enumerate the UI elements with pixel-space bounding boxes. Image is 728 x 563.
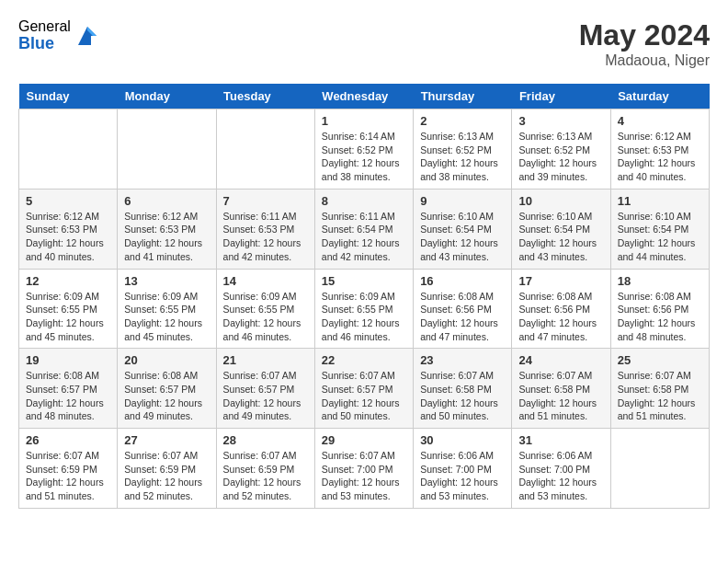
calendar-cell: 8Sunrise: 6:11 AMSunset: 6:54 PMDaylight…	[314, 189, 413, 269]
month-year-title: May 2024	[579, 18, 710, 52]
day-number: 16	[420, 274, 505, 288]
day-number: 6	[124, 194, 209, 208]
day-info: Sunrise: 6:06 AMSunset: 7:00 PMDaylight:…	[518, 449, 603, 503]
day-info: Sunrise: 6:14 AMSunset: 6:52 PMDaylight:…	[322, 130, 406, 184]
day-info: Sunrise: 6:09 AMSunset: 6:55 PMDaylight:…	[223, 290, 308, 344]
day-number: 15	[322, 274, 406, 288]
calendar-cell: 29Sunrise: 6:07 AMSunset: 7:00 PMDayligh…	[314, 429, 413, 509]
day-number: 5	[26, 194, 110, 208]
calendar-cell: 3Sunrise: 6:13 AMSunset: 6:52 PMDaylight…	[512, 109, 610, 190]
day-number: 12	[26, 274, 110, 288]
day-number: 4	[618, 114, 702, 128]
week-row-1: 1Sunrise: 6:14 AMSunset: 6:52 PMDaylight…	[19, 109, 710, 190]
week-row-5: 26Sunrise: 6:07 AMSunset: 6:59 PMDayligh…	[19, 429, 710, 509]
day-number: 31	[518, 433, 603, 447]
calendar-cell: 12Sunrise: 6:09 AMSunset: 6:55 PMDayligh…	[19, 269, 118, 349]
day-info: Sunrise: 6:11 AMSunset: 6:53 PMDaylight:…	[223, 210, 308, 264]
day-number: 30	[420, 433, 505, 447]
day-info: Sunrise: 6:12 AMSunset: 6:53 PMDaylight:…	[618, 130, 702, 184]
day-of-week-wednesday: Wednesday	[314, 84, 413, 109]
calendar-cell: 1Sunrise: 6:14 AMSunset: 6:52 PMDaylight…	[314, 109, 413, 190]
day-info: Sunrise: 6:07 AMSunset: 7:00 PMDaylight:…	[322, 449, 406, 503]
day-number: 14	[223, 274, 308, 288]
day-number: 9	[420, 194, 505, 208]
day-number: 22	[322, 353, 406, 367]
day-number: 13	[124, 274, 209, 288]
day-info: Sunrise: 6:13 AMSunset: 6:52 PMDaylight:…	[518, 130, 603, 184]
calendar-cell: 28Sunrise: 6:07 AMSunset: 6:59 PMDayligh…	[216, 429, 314, 509]
calendar-cell: 7Sunrise: 6:11 AMSunset: 6:53 PMDaylight…	[216, 189, 314, 269]
day-info: Sunrise: 6:13 AMSunset: 6:52 PMDaylight:…	[420, 130, 505, 184]
day-info: Sunrise: 6:07 AMSunset: 6:59 PMDaylight:…	[223, 449, 308, 503]
day-info: Sunrise: 6:07 AMSunset: 6:58 PMDaylight:…	[420, 369, 505, 423]
day-number: 27	[124, 433, 209, 447]
calendar-cell	[216, 109, 314, 190]
logo-text: General Blue	[18, 18, 71, 52]
day-info: Sunrise: 6:10 AMSunset: 6:54 PMDaylight:…	[618, 210, 702, 264]
day-info: Sunrise: 6:11 AMSunset: 6:54 PMDaylight:…	[322, 210, 406, 264]
calendar-cell: 4Sunrise: 6:12 AMSunset: 6:53 PMDaylight…	[610, 109, 709, 190]
day-number: 10	[518, 194, 603, 208]
calendar-cell: 9Sunrise: 6:10 AMSunset: 6:54 PMDaylight…	[414, 189, 512, 269]
calendar-cell: 23Sunrise: 6:07 AMSunset: 6:58 PMDayligh…	[414, 349, 512, 429]
day-of-week-sunday: Sunday	[19, 84, 118, 109]
day-info: Sunrise: 6:09 AMSunset: 6:55 PMDaylight:…	[124, 290, 209, 344]
day-info: Sunrise: 6:06 AMSunset: 7:00 PMDaylight:…	[420, 449, 505, 503]
day-info: Sunrise: 6:07 AMSunset: 6:58 PMDaylight:…	[618, 369, 702, 423]
day-number: 11	[618, 194, 702, 208]
calendar-cell: 11Sunrise: 6:10 AMSunset: 6:54 PMDayligh…	[610, 189, 709, 269]
calendar-table: SundayMondayTuesdayWednesdayThursdayFrid…	[18, 84, 710, 509]
calendar-cell: 16Sunrise: 6:08 AMSunset: 6:56 PMDayligh…	[414, 269, 512, 349]
day-info: Sunrise: 6:08 AMSunset: 6:56 PMDaylight:…	[420, 290, 505, 344]
day-number: 1	[322, 114, 406, 128]
day-info: Sunrise: 6:08 AMSunset: 6:56 PMDaylight:…	[618, 290, 702, 344]
logo: General Blue	[18, 18, 100, 52]
day-number: 8	[322, 194, 406, 208]
day-number: 24	[518, 353, 603, 367]
days-of-week-header: SundayMondayTuesdayWednesdayThursdayFrid…	[19, 84, 710, 109]
day-number: 26	[26, 433, 110, 447]
logo-blue: Blue	[18, 35, 71, 53]
day-info: Sunrise: 6:08 AMSunset: 6:56 PMDaylight:…	[518, 290, 603, 344]
day-number: 23	[420, 353, 505, 367]
calendar-body: 1Sunrise: 6:14 AMSunset: 6:52 PMDaylight…	[19, 109, 710, 509]
calendar-cell: 25Sunrise: 6:07 AMSunset: 6:58 PMDayligh…	[610, 349, 709, 429]
day-info: Sunrise: 6:07 AMSunset: 6:57 PMDaylight:…	[322, 369, 406, 423]
day-info: Sunrise: 6:08 AMSunset: 6:57 PMDaylight:…	[124, 369, 209, 423]
day-info: Sunrise: 6:12 AMSunset: 6:53 PMDaylight:…	[124, 210, 209, 264]
logo-icon	[74, 23, 100, 49]
day-number: 19	[26, 353, 110, 367]
calendar-cell: 15Sunrise: 6:09 AMSunset: 6:55 PMDayligh…	[314, 269, 413, 349]
calendar-cell: 20Sunrise: 6:08 AMSunset: 6:57 PMDayligh…	[118, 349, 216, 429]
day-number: 7	[223, 194, 308, 208]
day-number: 2	[420, 114, 505, 128]
day-of-week-friday: Friday	[512, 84, 610, 109]
day-of-week-tuesday: Tuesday	[216, 84, 314, 109]
calendar-cell	[610, 429, 709, 509]
day-number: 20	[124, 353, 209, 367]
day-info: Sunrise: 6:09 AMSunset: 6:55 PMDaylight:…	[26, 290, 110, 344]
day-info: Sunrise: 6:10 AMSunset: 6:54 PMDaylight:…	[420, 210, 505, 264]
week-row-2: 5Sunrise: 6:12 AMSunset: 6:53 PMDaylight…	[19, 189, 710, 269]
day-info: Sunrise: 6:08 AMSunset: 6:57 PMDaylight:…	[26, 369, 110, 423]
day-number: 18	[618, 274, 702, 288]
day-info: Sunrise: 6:10 AMSunset: 6:54 PMDaylight:…	[518, 210, 603, 264]
page-header: General Blue May 2024 Madaoua, Niger	[18, 18, 710, 69]
calendar-cell: 19Sunrise: 6:08 AMSunset: 6:57 PMDayligh…	[19, 349, 118, 429]
day-number: 3	[518, 114, 603, 128]
calendar-cell: 6Sunrise: 6:12 AMSunset: 6:53 PMDaylight…	[118, 189, 216, 269]
day-number: 21	[223, 353, 308, 367]
day-of-week-monday: Monday	[118, 84, 216, 109]
calendar-cell: 5Sunrise: 6:12 AMSunset: 6:53 PMDaylight…	[19, 189, 118, 269]
calendar-cell: 14Sunrise: 6:09 AMSunset: 6:55 PMDayligh…	[216, 269, 314, 349]
day-info: Sunrise: 6:07 AMSunset: 6:59 PMDaylight:…	[124, 449, 209, 503]
calendar-cell: 17Sunrise: 6:08 AMSunset: 6:56 PMDayligh…	[512, 269, 610, 349]
calendar-cell	[19, 109, 118, 190]
calendar-cell: 30Sunrise: 6:06 AMSunset: 7:00 PMDayligh…	[414, 429, 512, 509]
week-row-4: 19Sunrise: 6:08 AMSunset: 6:57 PMDayligh…	[19, 349, 710, 429]
day-number: 25	[618, 353, 702, 367]
calendar-cell: 21Sunrise: 6:07 AMSunset: 6:57 PMDayligh…	[216, 349, 314, 429]
day-number: 28	[223, 433, 308, 447]
location-title: Madaoua, Niger	[579, 52, 710, 69]
calendar-cell	[118, 109, 216, 190]
